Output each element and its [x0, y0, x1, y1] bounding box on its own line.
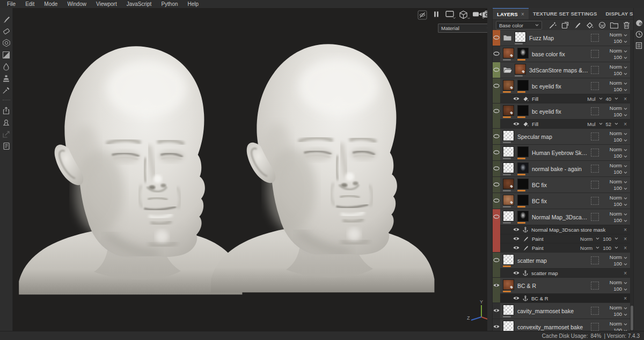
layer-effect-row[interactable]: scatter map× [500, 268, 630, 277]
blend-mode-select[interactable]: Norm [603, 64, 627, 70]
layer-row[interactable]: 3dScanStore maps & fixesNorm100 [500, 62, 630, 78]
display-mode-icon[interactable] [445, 10, 457, 19]
layer-visibility-toggle[interactable] [493, 319, 500, 331]
layer-row[interactable]: scatter mapNorm100 [500, 253, 630, 268]
menu-item-window[interactable]: Window [62, 1, 91, 7]
layer-row[interactable]: bc eyelid fixNorm100 [500, 78, 630, 94]
blend-mode-select[interactable]: Norm [603, 105, 627, 112]
layer-thumbnail[interactable] [503, 130, 515, 143]
layer-name[interactable]: cavity_marmoset bake [517, 308, 588, 314]
layer-thumbnail[interactable] [503, 146, 515, 159]
layer-row[interactable]: cavity_marmoset bakeNorm100 [500, 303, 630, 319]
layer-name[interactable]: Human Eyebrow Skin_eyelid normal [532, 150, 588, 156]
layer-name[interactable]: base color fix [532, 51, 588, 57]
layer-visibility-toggle[interactable] [493, 161, 500, 176]
blend-mode-select[interactable]: Norm [603, 279, 627, 286]
layer-visibility-toggle[interactable] [493, 303, 500, 319]
layer-visibility-toggle[interactable] [493, 46, 500, 62]
opacity-select[interactable]: 100 [603, 112, 627, 118]
layer-name[interactable]: bc eyelid fix [532, 83, 588, 90]
view-toggle-icon[interactable] [418, 10, 427, 20]
layer-thumbnail[interactable] [515, 64, 526, 77]
remove-effect-button[interactable]: × [624, 227, 627, 233]
layer-name[interactable]: scatter map [517, 257, 588, 264]
channel-selector[interactable]: Base color [496, 21, 542, 29]
opacity-select[interactable]: 100 [603, 70, 627, 77]
screenshot-icon[interactable] [482, 10, 487, 18]
layer-thumbnail[interactable] [503, 179, 515, 191]
layer-name[interactable]: Specular map [517, 134, 588, 140]
menu-item-javascript[interactable]: JavaScript [122, 1, 157, 7]
log-panel-button[interactable] [635, 42, 642, 49]
blend-mode-select[interactable]: Norm [603, 195, 627, 201]
blend-mode-select[interactable]: Norm [603, 48, 627, 54]
external-link-button[interactable] [2, 130, 11, 138]
remove-effect-button[interactable]: × [624, 236, 627, 242]
add-fill-button[interactable] [586, 21, 594, 29]
effect-opacity[interactable]: 40 [606, 96, 612, 102]
pause-icon[interactable] [433, 10, 440, 18]
effect-opacity[interactable]: 52 [606, 121, 612, 127]
layer-thumbnail[interactable] [503, 279, 515, 292]
effect-blend-mode[interactable]: Norm [580, 236, 592, 242]
eye-icon[interactable] [513, 122, 519, 126]
eye-icon[interactable] [513, 271, 519, 275]
layer-visibility-toggle[interactable] [493, 253, 500, 277]
layer-name[interactable]: BC fix [532, 198, 588, 204]
blend-mode-select[interactable]: Norm [603, 80, 627, 86]
blend-mode-select[interactable]: Norm [603, 179, 627, 185]
layer-thumbnail[interactable] [517, 211, 529, 224]
tab-close-icon[interactable]: × [521, 11, 524, 17]
eye-icon[interactable] [513, 97, 519, 101]
layer-visibility-toggle[interactable] [493, 129, 500, 144]
menu-item-viewport[interactable]: Viewport [91, 1, 122, 7]
menu-item-edit[interactable]: Edit [20, 1, 39, 7]
layer-row[interactable]: Fuzz MapNorm100 [500, 30, 630, 46]
opacity-select[interactable]: 100 [603, 38, 627, 45]
layer-thumbnail[interactable] [517, 195, 529, 208]
layer-effect-row[interactable]: FillMul40× [500, 94, 630, 103]
paint-brush-tool[interactable] [2, 15, 11, 24]
layer-visibility-toggle[interactable] [493, 145, 500, 160]
clone-stamp-tool[interactable] [2, 74, 11, 83]
eye-icon[interactable] [513, 236, 519, 241]
layer-effect-row[interactable]: Normal Map_3Dscan store mask× [500, 225, 630, 234]
layer-row[interactable]: base color fixNorm100 [500, 46, 630, 62]
effect-opacity[interactable]: 100 [603, 245, 611, 251]
remove-effect-button[interactable]: × [624, 121, 627, 127]
layer-thumbnail[interactable] [503, 80, 515, 93]
menu-item-python[interactable]: Python [156, 1, 182, 7]
layer-row[interactable]: convexity_marmoset bakeNorm100 [500, 319, 630, 331]
tab-layers[interactable]: LAYERS× [493, 8, 529, 19]
projection-tool[interactable] [2, 39, 11, 47]
effect-blend-mode[interactable]: Mul [587, 121, 595, 127]
layer-name[interactable]: normal bake - again [532, 166, 588, 172]
layer-visibility-toggle[interactable] [493, 177, 500, 193]
layer-thumbnail[interactable] [517, 105, 529, 118]
layer-thumbnail[interactable] [503, 321, 515, 332]
layer-thumbnail[interactable] [503, 105, 515, 118]
eye-icon[interactable] [513, 296, 519, 300]
layer-row[interactable]: normal bake - againNorm100 [500, 161, 630, 176]
layer-thumbnail[interactable] [517, 179, 529, 191]
eye-icon[interactable] [513, 227, 519, 232]
add-smart-material-button[interactable] [598, 21, 606, 29]
layer-thumbnail[interactable] [517, 80, 529, 93]
layer-thumbnail[interactable] [503, 162, 515, 175]
menu-item-help[interactable]: Help [183, 1, 204, 7]
opacity-select[interactable]: 100 [603, 153, 627, 159]
add-effect-button[interactable] [548, 21, 557, 29]
opacity-select[interactable]: 100 [603, 185, 627, 191]
blend-mode-select[interactable]: Norm [603, 321, 627, 327]
layer-effect-row[interactable]: PaintNorm100× [500, 234, 630, 243]
remove-effect-button[interactable]: × [624, 295, 627, 301]
layer-thumbnail[interactable] [517, 146, 529, 159]
layer-row[interactable]: BC & RNorm100 [500, 278, 630, 293]
effect-blend-mode[interactable]: Mul [587, 96, 595, 102]
layer-thumbnail[interactable] [517, 48, 529, 61]
tab-texture-set-settings[interactable]: TEXTURE SET SETTINGS [529, 8, 602, 19]
shader-ball-panel-button[interactable] [635, 19, 643, 27]
bake-resources-button[interactable] [2, 118, 11, 127]
export-mesh-button[interactable] [2, 106, 11, 115]
remove-effect-button[interactable]: × [624, 245, 627, 251]
